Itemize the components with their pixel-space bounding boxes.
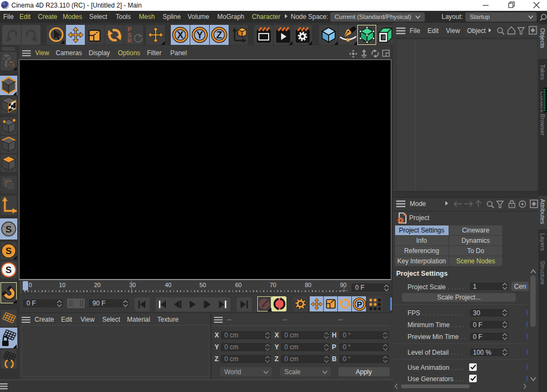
- svg-text:S: S: [5, 265, 11, 275]
- svg-text:Y: Y: [196, 30, 203, 41]
- svg-text:S: S: [5, 246, 11, 256]
- svg-text:X: X: [177, 30, 183, 41]
- svg-text:Z: Z: [216, 30, 222, 41]
- svg-text:P: P: [357, 300, 362, 309]
- svg-text:S: S: [5, 224, 11, 235]
